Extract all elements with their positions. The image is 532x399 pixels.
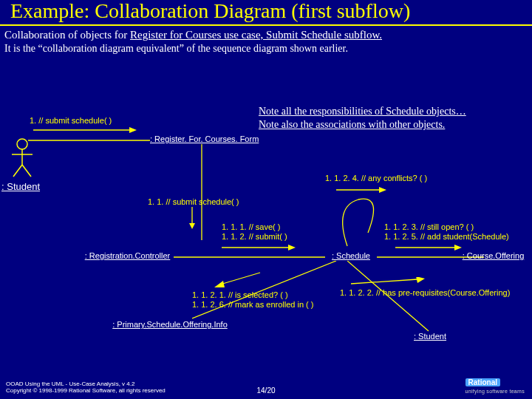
slide-subtitle: Collaboration of objects for Register fo… [0, 26, 532, 41]
actor-icon [7, 137, 37, 181]
footer-line-2: Copyright © 1998-1999 Rational Software,… [6, 388, 166, 395]
msg-1-1-2-3: 1. 1. 2. 3. // still open? ( ) [384, 222, 474, 231]
footer: OOAD Using the UML - Use-Case Analysis, … [6, 381, 166, 395]
msg-1-1-2-4: 1. 1. 2. 4. // any conflicts? ( ) [325, 174, 427, 183]
svg-marker-24 [214, 281, 225, 287]
arrow-1 [33, 126, 137, 134]
link-controller-schedule [174, 255, 325, 259]
msg-1-1-1: 1. 1. 1. // save( ) [222, 222, 280, 231]
selfloop-schedule [340, 196, 384, 248]
obj-controller: : Registration.Controller [81, 251, 174, 260]
responsibility-note-1: Note all the responsibilities of Schedul… [259, 106, 466, 117]
svg-line-4 [22, 165, 31, 177]
collaboration-diagram: Note all the responsibilities of Schedul… [0, 100, 532, 366]
slide-note: It is the “collaboration diagram equival… [0, 41, 532, 55]
subtitle-underlined: Register for Courses use case, Submit Sc… [130, 29, 382, 41]
responsibility-note-2: Note also the associations with other ob… [259, 119, 445, 131]
logo-text: Rational [466, 378, 500, 386]
link-schedule-student [347, 261, 436, 335]
arrow-1-1-1 [222, 244, 296, 251]
svg-marker-15 [379, 187, 386, 193]
msg-1-1-2-1: 1. 1. 2. 1. // is selected? ( ) [192, 290, 288, 299]
msg-1-1-2: 1. 1. 2. // submit( ) [222, 232, 287, 241]
actor-student-label: : Student [1, 181, 40, 192]
svg-marker-10 [189, 223, 195, 229]
msg-1: 1. // submit schedule( ) [30, 116, 112, 125]
logo-tagline: unifying software teams [466, 389, 525, 394]
obj-primary: : Primary.Schedule.Offering.Info [103, 320, 236, 329]
obj-schedule: : Schedule [325, 251, 377, 260]
slide-number: 14/20 [256, 386, 275, 395]
slide-title: Example: Collaboration Diagram (first su… [0, 0, 532, 26]
obj-student: : Student [414, 332, 446, 341]
svg-marker-13 [288, 245, 296, 250]
svg-marker-6 [129, 127, 137, 133]
svg-line-21 [347, 261, 429, 331]
link-form-controller [200, 144, 204, 240]
svg-point-0 [17, 139, 27, 149]
rational-logo: Rational unifying software teams [466, 378, 525, 395]
obj-offering: : Course.Offering [458, 251, 528, 260]
msg-1-1-2-6: 1. 1. 2. 6. // mark as enrolled in ( ) [192, 300, 313, 309]
obj-form: : Register. For. Courses. Form [150, 134, 259, 143]
msg-1-1: 1. 1. // submit schedule( ) [148, 197, 239, 206]
arrow-1-1 [188, 207, 196, 229]
svg-line-22 [192, 261, 336, 318]
svg-line-3 [13, 165, 22, 177]
arrow-1-1-2-3 [395, 244, 462, 251]
subtitle-prefix: Collaboration of objects for [4, 29, 130, 41]
arrow-1-1-2-1 [214, 271, 266, 289]
msg-1-1-2-5: 1. 1. 2. 5. // add student(Schedule) [384, 232, 509, 241]
svg-line-23 [220, 273, 260, 284]
link-actor-form [28, 138, 150, 143]
svg-marker-18 [454, 245, 462, 250]
